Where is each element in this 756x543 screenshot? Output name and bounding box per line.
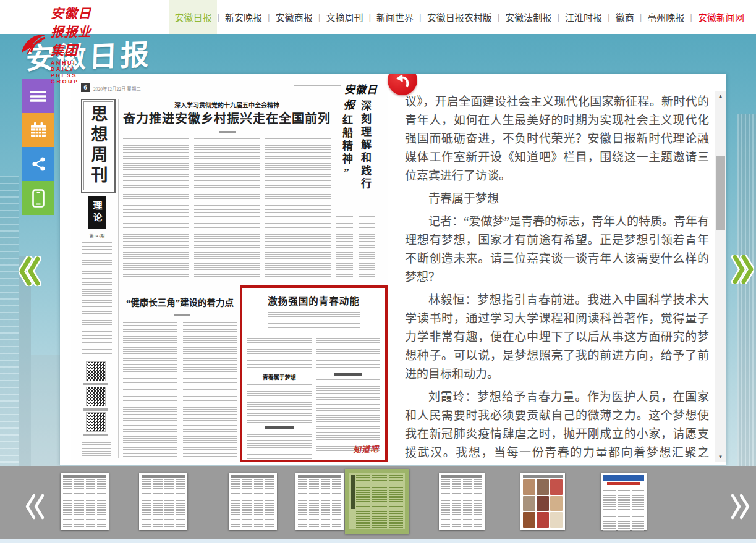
- simulated-article-columns: [123, 138, 331, 279]
- simulated-text: [316, 379, 381, 452]
- page-dateline: 2020年12月22日 星期二: [93, 85, 141, 92]
- mobile-button[interactable]: [22, 181, 54, 215]
- reader-panel: 6 2020年12月22日 星期二 安徽日报 思想周刊 理论 第147期: [60, 74, 726, 465]
- lead-article-headline[interactable]: 奋力推进安徽乡村振兴走在全国前列: [121, 109, 333, 127]
- nav-item-news-world[interactable]: 新闻世界: [371, 0, 419, 34]
- thumbnail-strip: [0, 466, 756, 539]
- thumbnail-page-6[interactable]: [439, 473, 485, 530]
- byline-bar: [174, 314, 190, 316]
- press-group-subtitle: ANHUI DAILY PRESS GROUP: [51, 60, 99, 85]
- nav-item-anhui-news-site[interactable]: 安徽新闻网: [692, 0, 750, 34]
- simulated-text: [247, 338, 312, 370]
- weekly-title: 思想周刊: [87, 105, 111, 187]
- nav-item-huishang[interactable]: 徽商: [610, 0, 640, 34]
- thumbnail-masthead-bar: [523, 475, 563, 478]
- simulated-contact-info: [82, 440, 111, 457]
- prev-page-button[interactable]: [19, 256, 41, 288]
- article-paragraph: 林毅恒：梦想指引青春前进。我进入中国科学技术大学读书时，通过学习大学课程和阅读科…: [405, 291, 709, 384]
- simulated-thumbnail-text: [298, 479, 341, 528]
- thumbnails-scroll-left-button[interactable]: [25, 493, 46, 523]
- stage-background: 安徽日报: [0, 34, 756, 543]
- featured-subhead: 青春属于梦想: [247, 373, 312, 381]
- thumbnails-scroll-right-button[interactable]: [729, 493, 750, 523]
- next-page-button[interactable]: [731, 255, 754, 287]
- press-group-logo[interactable]: 安徽日报报业集团 ANHUI DAILY PRESS GROUP: [19, 3, 99, 85]
- thumbnail-page-2[interactable]: [139, 473, 187, 530]
- section-label: 理论: [91, 201, 104, 224]
- simulated-thumbnail-text: [356, 475, 403, 528]
- double-chevron-left-icon: [19, 256, 41, 286]
- thumbnail-weekly-rail: [351, 475, 355, 509]
- qr-code: [87, 413, 105, 431]
- newspaper-nav: 安徽日报| 新安晚报| 安徽商报| 文摘周刊| 新闻世界| 安徽日报农村版| 安…: [169, 0, 750, 34]
- qr-caption-bar: [83, 434, 108, 436]
- thumbnail-masthead-bar: [441, 475, 482, 478]
- highlighted-article-box[interactable]: 激扬强国的青春动能 青春属于梦想: [240, 285, 388, 462]
- nav-item-anhui-business[interactable]: 安徽商报: [270, 0, 318, 34]
- cityscape-building: [31, 355, 61, 466]
- article-paragraph: 议》，开启全面建设社会主义现代化国家新征程。新时代的青年人，如何在人生最美好的时…: [405, 93, 709, 185]
- vertical-headline: 深刻理解和践行“红船精神”: [337, 100, 374, 211]
- vertical-headline-box[interactable]: 深刻理解和践行“红船精神”: [336, 100, 375, 211]
- side-toolbar: [22, 79, 54, 215]
- share-button[interactable]: [22, 147, 54, 181]
- nav-item-bozhou-evening[interactable]: 亳州晚报: [642, 0, 690, 34]
- featured-article-headline: 激扬强国的青春动能: [242, 293, 385, 307]
- thumbnail-masthead-bar: [231, 475, 274, 478]
- qr-caption-bar: [83, 383, 108, 385]
- cityscape-building: [0, 176, 19, 466]
- thumbnail-page-7[interactable]: [520, 473, 565, 530]
- calendar-button[interactable]: [22, 113, 54, 147]
- simulated-article-columns: [336, 216, 375, 278]
- lead-article-kicker: -深入学习贯彻党的十九届五中全会精神-: [123, 100, 331, 109]
- article-scrollbar[interactable]: ▲ ▼: [715, 91, 726, 462]
- page-number-badge: 6: [81, 83, 90, 92]
- scroll-up-button[interactable]: ▲: [715, 91, 726, 101]
- simulated-thumbnail-text: [231, 479, 274, 528]
- thumbnail-page-4[interactable]: [295, 473, 344, 530]
- nav-item-xinan-evening[interactable]: 新安晚报: [219, 0, 268, 34]
- double-chevron-right-icon: [729, 493, 750, 520]
- scrollbar-thumb[interactable]: [716, 156, 725, 230]
- weekly-title-box: 思想周刊: [81, 99, 116, 193]
- simulated-text: [82, 242, 112, 356]
- simulated-subhead-bar: [334, 373, 362, 376]
- thumbnail-masthead-bar: [298, 475, 341, 478]
- section-label-box: 理论: [88, 196, 106, 229]
- nav-item-legal-daily[interactable]: 安徽法制报: [499, 0, 557, 34]
- qr-code: [87, 362, 105, 381]
- simulated-subhead-bar: [265, 426, 294, 429]
- press-group-swoosh-icon: [19, 31, 47, 57]
- simulated-text: [247, 384, 312, 423]
- thumbnail-page-current[interactable]: [345, 469, 409, 534]
- menu-icon: [30, 90, 46, 103]
- bottom-light-strip: [0, 539, 756, 543]
- article-paragraph: 记者：“爱做梦”是青春的标志，青年人的特质。青年有理想有梦想，国家才有前途有希望…: [405, 213, 709, 287]
- nav-item-jianghuai-times[interactable]: 江淮时报: [559, 0, 608, 34]
- thumbnail-masthead-bar: [603, 475, 644, 481]
- thumbnail-page-8[interactable]: [601, 473, 647, 530]
- thumbnail-page-3[interactable]: [229, 473, 277, 530]
- nav-item-anhui-daily[interactable]: 安徽日报: [169, 0, 217, 34]
- top-header-bar: 安徽日报报业集团 ANHUI DAILY PRESS GROUP 安徽日报| 新…: [0, 0, 756, 34]
- thumbnail-headline-bar: [607, 482, 640, 485]
- phone-icon: [31, 189, 46, 208]
- simulated-text: [247, 432, 312, 461]
- thumbnail-page-1[interactable]: [61, 473, 109, 530]
- scroll-down-button[interactable]: ▼: [715, 452, 726, 462]
- column-divider: [118, 99, 119, 458]
- calendar-icon: [30, 122, 46, 138]
- qr-code: [87, 387, 105, 406]
- thumbnail-masthead-bar: [142, 475, 185, 478]
- mid-article-headline[interactable]: “健康长三角”建设的着力点: [123, 295, 237, 308]
- simulated-thumbnail-text: [142, 479, 185, 528]
- nav-item-digest-weekly[interactable]: 文摘周刊: [320, 0, 368, 34]
- thumbnail-masthead-bar: [63, 475, 106, 478]
- simulated-guest-intro: [268, 312, 360, 333]
- nav-item-rural-edition[interactable]: 安徽日报农村版: [422, 0, 498, 34]
- thumbnail-photo-grid: [523, 479, 563, 528]
- press-group-title: 安徽日报报业集团: [51, 3, 99, 59]
- double-chevron-right-icon: [731, 255, 754, 284]
- newspaper-page: 6 2020年12月22日 星期二 安徽日报 思想周刊 理论 第147期: [71, 80, 388, 462]
- column-stamp: 知道吧: [353, 442, 380, 455]
